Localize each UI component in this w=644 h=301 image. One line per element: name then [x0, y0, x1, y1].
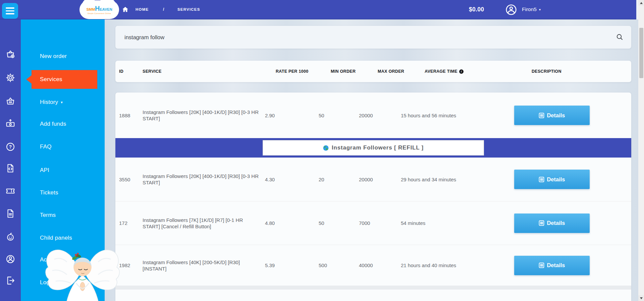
service-id: 3550 [119, 177, 143, 182]
sidebar-item-label: Tickets [40, 189, 58, 196]
ticket-icon[interactable] [5, 186, 15, 196]
table-row: 1982 Instagram Followers [40K] [200-5K/D… [115, 245, 631, 286]
angel-mascot-image [44, 236, 121, 301]
sidebar-item-label: Terms [40, 212, 56, 219]
username: Firon5 [522, 6, 537, 12]
user-menu[interactable]: Firon5 ▾ [522, 6, 541, 12]
breadcrumb-services-link[interactable]: SERVICES [177, 7, 200, 11]
list-icon [539, 177, 544, 182]
rate-value: 4.80 [265, 220, 319, 226]
service-name: Instagram Followers [20K] [400-1K/D] [R3… [143, 109, 265, 122]
sidebar-item-label: Add funds [40, 121, 66, 127]
max-order-value: 20000 [359, 113, 401, 118]
breadcrumb-home-link[interactable]: HOME [136, 7, 149, 11]
terms-file-icon[interactable] [5, 208, 15, 219]
chevron-down-icon: ▾ [61, 100, 63, 105]
category-title: Instagram Followers [ REFILL ] [332, 144, 424, 151]
top-navbar: SMMHEAVEN Simple Convenient Online HOME … [0, 0, 636, 19]
sidebar-icon-rail: ? [0, 19, 21, 301]
column-header-max: MAX ORDER [378, 69, 425, 74]
sidebar-item-faq[interactable]: FAQ [21, 137, 105, 156]
category-banner: Instagram Followers [ REFILL ] [115, 138, 631, 158]
average-time-value: 15 hours and 56 minutes [401, 113, 514, 118]
average-time-value: 29 hours and 34 minutes [401, 177, 514, 182]
logo-h: H [95, 5, 100, 12]
search-icon[interactable] [616, 33, 624, 41]
search-bar [115, 26, 631, 49]
main-content: ID SERVICE RATE PER 1000 MIN ORDER MAX O… [105, 19, 638, 301]
globe-icon [323, 145, 329, 151]
services-table: 1888 Instagram Followers [20K] [400-1K/D… [115, 93, 631, 301]
sidebar-item-label: History [40, 99, 58, 106]
sidebar-item-label: API [40, 167, 49, 174]
service-id: 1888 [119, 113, 143, 118]
scroll-down-button[interactable] [638, 295, 644, 301]
sidebar-item-add-funds[interactable]: Add funds [21, 115, 105, 133]
logout-icon[interactable] [5, 276, 15, 286]
details-button[interactable]: Details [514, 170, 590, 189]
vertical-scrollbar[interactable] [638, 0, 644, 301]
sidebar-item-terms[interactable]: Terms [21, 206, 105, 225]
sidebar-item-tickets[interactable]: Tickets [21, 183, 105, 202]
column-header-service: SERVICE [143, 69, 276, 74]
column-header-description: DESCRIPTION [532, 69, 631, 74]
average-time-value: 54 minutes [401, 220, 514, 226]
sidebar-menu: New order Services History▾ Add funds FA… [21, 19, 105, 301]
sidebar-item-api[interactable]: API [21, 161, 105, 180]
logo-eaven: EAVEN [100, 7, 112, 11]
min-order-value: 50 [319, 113, 359, 118]
home-icon[interactable] [122, 6, 129, 13]
baby-icon[interactable] [5, 232, 15, 242]
info-icon[interactable]: i [459, 69, 464, 74]
column-header-id: ID [119, 69, 143, 74]
service-name: Instagram Followers [7K] [1K/D] [R7] [0-… [143, 217, 265, 230]
logo-tagline: Simple Convenient Online [88, 12, 111, 14]
scroll-up-button[interactable] [638, 0, 644, 6]
category-header-box: Instagram Followers [ REFILL ] [263, 140, 484, 156]
list-icon [539, 220, 544, 226]
details-button[interactable]: Details [514, 214, 590, 233]
table-header-row: ID SERVICE RATE PER 1000 MIN ORDER MAX O… [115, 61, 631, 82]
cart-plus-icon[interactable] [5, 49, 15, 59]
sidebar-item-label: New order [40, 53, 67, 60]
list-icon [539, 262, 544, 268]
sidebar-item-services[interactable]: Services [21, 70, 105, 89]
column-header-rate: RATE PER 1000 [276, 69, 331, 74]
sidebar-item-label: FAQ [40, 143, 52, 150]
rate-value: 5.39 [265, 262, 319, 268]
max-order-value: 40000 [359, 262, 401, 268]
details-button[interactable]: Details [514, 106, 590, 125]
sidebar-item-label: Services [40, 76, 62, 83]
user-avatar-icon[interactable] [505, 4, 517, 16]
service-id: 172 [119, 220, 143, 226]
svg-text:?: ? [9, 144, 12, 149]
balance-amount[interactable]: $0.00 [469, 6, 484, 13]
account-user-icon[interactable] [5, 254, 15, 264]
sidebar-item-new-order[interactable]: New order [21, 47, 105, 66]
api-file-code-icon[interactable] [5, 163, 15, 173]
sidebar-item-history[interactable]: History▾ [21, 93, 105, 112]
column-header-min: MIN ORDER [331, 69, 378, 74]
section-divider [115, 286, 631, 290]
table-row: 1888 Instagram Followers [20K] [400-1K/D… [115, 93, 631, 138]
list-icon [539, 113, 544, 118]
min-order-value: 50 [319, 220, 359, 226]
add-funds-icon[interactable] [5, 118, 15, 128]
details-button[interactable]: Details [514, 256, 590, 275]
search-input[interactable] [115, 26, 605, 49]
chevron-down-icon: ▾ [539, 8, 541, 11]
question-circle-icon[interactable]: ? [5, 142, 15, 152]
rate-value: 2.90 [265, 113, 319, 118]
basket-icon[interactable] [5, 96, 15, 106]
max-order-value: 7000 [359, 220, 401, 226]
smm-heaven-logo[interactable]: SMMHEAVEN Simple Convenient Online [79, 0, 119, 19]
min-order-value: 20 [319, 177, 359, 182]
hamburger-menu-button[interactable] [2, 3, 18, 19]
max-order-value: 20000 [359, 177, 401, 182]
logo-smm: SMM [86, 7, 95, 11]
average-time-value: 21 hours and 40 minutes [401, 262, 514, 268]
scrollbar-thumb[interactable] [639, 28, 643, 78]
service-name: Instagram Followers [20K] [400-1K/D] [R3… [143, 173, 265, 186]
service-id: 1982 [119, 262, 143, 268]
gear-icon[interactable] [5, 73, 15, 83]
